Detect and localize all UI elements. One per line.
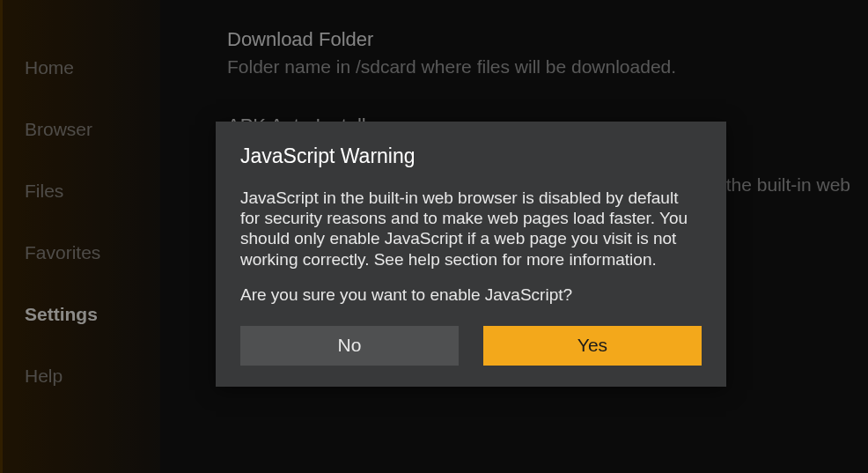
no-button[interactable]: No — [240, 326, 459, 366]
dialog-title: JavaScript Warning — [240, 144, 702, 168]
dialog-question-text: Are you sure you want to enable JavaScri… — [240, 285, 702, 305]
dialog-body-text: JavaScript in the built-in web browser i… — [240, 188, 702, 270]
javascript-warning-dialog: JavaScript Warning JavaScript in the bui… — [216, 122, 726, 387]
yes-button[interactable]: Yes — [483, 326, 702, 366]
dialog-button-row: No Yes — [240, 326, 702, 366]
